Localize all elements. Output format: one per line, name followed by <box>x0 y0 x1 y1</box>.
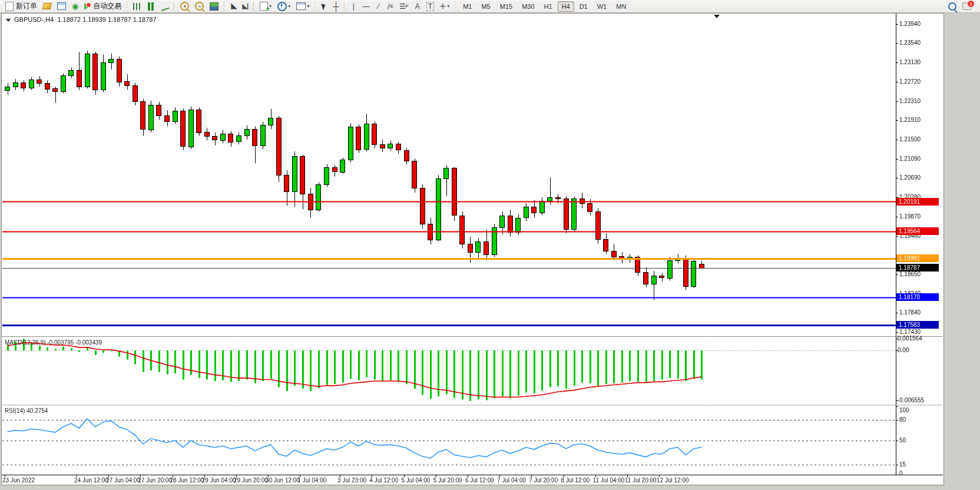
templates-button[interactable]: ▾ <box>294 1 312 12</box>
timeframe-button-M5[interactable]: M5 <box>477 1 494 12</box>
bar-chart-icon <box>133 3 141 10</box>
fibonacci-icon: ☰ <box>399 2 406 11</box>
market-watch-button[interactable] <box>41 1 54 12</box>
text-label-icon: T <box>426 2 434 11</box>
timeframe-button-D1[interactable]: D1 <box>575 1 592 12</box>
toolbar-separator <box>253 2 254 11</box>
timeframe-button-W1[interactable]: W1 <box>593 1 611 12</box>
new-order-label: 新订单 <box>16 1 37 11</box>
toolbar-grip <box>314 2 316 11</box>
text-label-tool-button[interactable]: T <box>424 1 436 12</box>
bar-chart-button[interactable] <box>131 1 143 12</box>
cursor-icon <box>322 2 327 10</box>
market-watch-icon <box>42 3 52 9</box>
tile-windows-icon <box>210 2 218 11</box>
crosshair-icon: ┼ <box>333 3 339 10</box>
text-tool-button[interactable]: A <box>412 1 423 12</box>
timeframe-button-M15[interactable]: M15 <box>496 1 517 12</box>
zoom-in-icon: + <box>180 2 189 11</box>
toolbar-separator <box>344 2 345 11</box>
toolbar-grip <box>126 2 128 11</box>
vertical-line-icon: | <box>353 2 355 11</box>
arrows-tool-icon: ✛ <box>440 2 446 11</box>
chart-canvas[interactable] <box>0 0 980 490</box>
indicators-icon <box>260 2 268 11</box>
indicators-button[interactable]: ▾ <box>257 1 274 12</box>
crosshair-tool-button[interactable]: ┼ <box>330 1 341 12</box>
terminal-window-button[interactable] <box>55 1 68 12</box>
dropdown-arrow-icon: ▾ <box>288 4 290 9</box>
notifications-button[interactable]: 1 <box>960 1 974 12</box>
search-button[interactable] <box>946 1 959 12</box>
mt4-application: { "toolbar": { "new_order_label": "新订单",… <box>0 0 980 490</box>
channel-tool-button[interactable]: ⫽E <box>385 1 396 12</box>
auto-trading-icon <box>84 3 90 10</box>
horizontal-line-tool-button[interactable]: — <box>360 1 372 12</box>
notification-badge: 1 <box>967 0 975 8</box>
zoom-out-icon: − <box>195 2 204 11</box>
horizontal-line-icon: — <box>362 2 369 11</box>
arrows-tool-button[interactable]: ✛▾ <box>438 1 452 12</box>
dropdown-arrow-icon: ▾ <box>447 4 449 9</box>
trendline-icon: ⁄ <box>378 2 379 11</box>
signals-button[interactable]: ◉ <box>69 1 81 12</box>
trendline-tool-button[interactable]: ⁄ <box>373 1 383 12</box>
toolbar-separator <box>174 2 175 11</box>
dropdown-arrow-icon: ▾ <box>307 4 309 9</box>
signals-icon: ◉ <box>72 2 78 10</box>
chart-shift-icon: ◣| <box>243 2 249 10</box>
toolbar-separator <box>224 2 225 11</box>
new-order-icon <box>5 2 14 11</box>
fibonacci-tool-button[interactable]: ☰F <box>397 1 411 12</box>
periods-button[interactable]: ▾ <box>275 1 293 12</box>
timeframe-button-M30[interactable]: M30 <box>518 1 538 12</box>
zoom-in-button[interactable]: + <box>178 1 191 12</box>
search-icon <box>948 2 956 11</box>
terminal-window-icon <box>57 2 66 10</box>
line-chart-button[interactable] <box>158 1 171 12</box>
toolbar-grip <box>454 2 456 11</box>
chart-shift-button[interactable]: ◣| <box>240 1 250 12</box>
cursor-tool-button[interactable] <box>319 1 329 12</box>
vertical-line-tool-button[interactable]: | <box>348 1 359 12</box>
timeframe-button-M1[interactable]: M1 <box>459 1 476 12</box>
main-toolbar: 新订单 ◉ 自动交易 + − |◣ ◣| ▾ ▾ ▾ ┼ | — ⁄ ⫽E ☰F… <box>0 0 980 13</box>
auto-scroll-icon: |◣ <box>231 2 237 10</box>
tile-windows-button[interactable] <box>207 1 221 12</box>
text-tool-icon: A <box>415 2 420 11</box>
timeframe-button-MN[interactable]: MN <box>612 1 630 12</box>
candlestick-chart-icon <box>147 2 154 11</box>
timeframe-button-H1[interactable]: H1 <box>540 1 557 12</box>
line-chart-icon <box>160 2 170 11</box>
periods-icon <box>277 2 287 11</box>
auto-trading-button[interactable]: 自动交易 <box>82 1 124 12</box>
timeframe-toolbar: M1M5M15M30H1H4D1W1MN <box>458 1 631 12</box>
chat-bubble-icon: 1 <box>962 2 972 10</box>
zoom-out-button[interactable]: − <box>193 1 206 12</box>
auto-trading-stopped-dot <box>86 2 91 8</box>
auto-trading-label: 自动交易 <box>93 1 121 11</box>
new-order-button[interactable]: 新订单 <box>3 1 39 12</box>
fibo-letter: F <box>406 4 409 9</box>
candlestick-chart-button[interactable] <box>144 1 157 12</box>
timeframe-button-H4[interactable]: H4 <box>558 1 574 12</box>
templates-icon <box>296 2 306 10</box>
channel-letter: E <box>390 4 393 9</box>
auto-scroll-button[interactable]: |◣ <box>228 1 239 12</box>
